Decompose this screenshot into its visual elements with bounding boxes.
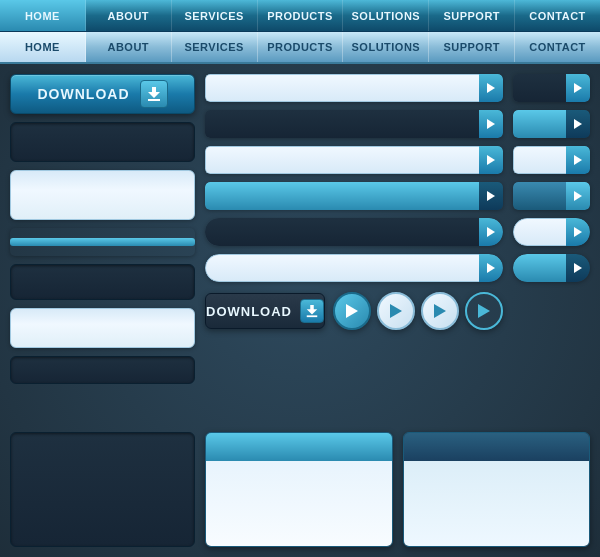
- bottom-mid-header: [206, 433, 392, 461]
- nav2-item-products[interactable]: PRODUCTS: [258, 32, 344, 62]
- dark-panel-2: [10, 264, 195, 300]
- scrollbar-track-r2: [513, 110, 566, 138]
- right-col-spacer: [513, 290, 590, 330]
- arrow-svg-r5: [574, 227, 582, 237]
- svg-marker-2: [487, 119, 495, 129]
- download-button-1[interactable]: DOWNLOAD: [10, 74, 195, 114]
- scrollbar-white-2[interactable]: [205, 146, 503, 174]
- nav2-item-home[interactable]: HOME: [0, 32, 86, 62]
- nav-item-contact[interactable]: CONTACT: [515, 0, 600, 31]
- arrow-right-svg-1: [487, 83, 495, 93]
- play-button-1[interactable]: [333, 292, 371, 330]
- download-button-2[interactable]: DOWNLOAD: [205, 293, 325, 329]
- scrollbar-arrow-r5[interactable]: [566, 218, 590, 246]
- play-button-4[interactable]: [465, 292, 503, 330]
- svg-marker-15: [574, 191, 582, 201]
- svg-marker-4: [487, 191, 495, 201]
- scrollbar-arrow-r6[interactable]: [566, 254, 590, 282]
- svg-marker-10: [434, 304, 446, 318]
- left-column: DOWNLOAD: [10, 74, 195, 424]
- svg-marker-6: [487, 263, 495, 273]
- scrollbar-arrow-r1[interactable]: [566, 74, 590, 102]
- svg-marker-11: [478, 304, 490, 318]
- play-buttons-group: [333, 292, 503, 330]
- scrollbar-right-rounded-1[interactable]: [513, 218, 590, 246]
- scrollbar-arrow-6[interactable]: [479, 254, 503, 282]
- nav-item-support[interactable]: SUPPORT: [429, 0, 515, 31]
- bottom-mid-body: [206, 461, 392, 546]
- nav-item-about[interactable]: ABOUT: [86, 0, 172, 31]
- dark-panel-1: [10, 122, 195, 162]
- bottom-right-panel: [403, 432, 591, 547]
- scrollbar-right-3[interactable]: [513, 146, 590, 174]
- download-label-2: DOWNLOAD: [206, 304, 292, 319]
- right-column: [513, 74, 590, 424]
- bottom-right-body: [404, 461, 590, 546]
- scrollbar-arrow-1[interactable]: [479, 74, 503, 102]
- svg-marker-16: [574, 227, 582, 237]
- nav-bar-secondary: HOME ABOUT SERVICES PRODUCTS SOLUTIONS S…: [0, 32, 600, 64]
- scrollbar-arrow-2[interactable]: [479, 110, 503, 138]
- scrollbar-arrow-5[interactable]: [479, 218, 503, 246]
- arrow-right-svg-3: [487, 155, 495, 165]
- play-button-3[interactable]: [421, 292, 459, 330]
- nav-item-products[interactable]: PRODUCTS: [258, 0, 344, 31]
- scrollbar-track-r4: [513, 182, 566, 210]
- arrow-right-svg-5: [487, 227, 495, 237]
- svg-marker-14: [574, 155, 582, 165]
- play-button-2[interactable]: [377, 292, 415, 330]
- svg-marker-5: [487, 227, 495, 237]
- scrollbar-white-1[interactable]: [205, 74, 503, 102]
- svg-marker-1: [487, 83, 495, 93]
- nav2-item-solutions[interactable]: SOLUTIONS: [343, 32, 429, 62]
- download-svg: [146, 86, 162, 102]
- light-panel-2: [10, 308, 195, 348]
- svg-rect-0: [148, 99, 160, 101]
- nav-item-solutions[interactable]: SOLUTIONS: [343, 0, 429, 31]
- scrollbar-track-r3: [513, 146, 566, 174]
- scrollbar-dark-1[interactable]: [205, 110, 503, 138]
- scrollbar-arrow-r2[interactable]: [566, 110, 590, 138]
- play-svg-1: [346, 304, 358, 318]
- nav2-item-services[interactable]: SERVICES: [172, 32, 258, 62]
- bottom-right-header: [404, 433, 590, 461]
- scrollbar-track-6: [205, 254, 479, 282]
- scrollbar-arrow-3[interactable]: [479, 146, 503, 174]
- light-panel-1: [10, 170, 195, 220]
- nav2-item-contact[interactable]: CONTACT: [515, 32, 600, 62]
- svg-marker-3: [487, 155, 495, 165]
- scrollbar-blue-1[interactable]: [205, 182, 503, 210]
- scrollbar-rounded-2[interactable]: [205, 254, 503, 282]
- nav2-item-about[interactable]: ABOUT: [86, 32, 172, 62]
- scrollbar-right-4[interactable]: [513, 182, 590, 210]
- blue-accent-bar: [10, 228, 195, 256]
- download-icon-1: [140, 80, 168, 108]
- arrow-right-svg-6: [487, 263, 495, 273]
- play-svg-3: [434, 304, 446, 318]
- blue-stripe: [10, 238, 195, 246]
- nav-item-home[interactable]: HOME: [0, 0, 86, 31]
- scrollbar-right-1[interactable]: [513, 74, 590, 102]
- main-content: DOWNLOAD: [0, 64, 600, 557]
- svg-marker-17: [574, 263, 582, 273]
- scrollbar-rounded-1[interactable]: [205, 218, 503, 246]
- nav2-item-support[interactable]: SUPPORT: [429, 32, 515, 62]
- nav-bar-primary: HOME ABOUT SERVICES PRODUCTS SOLUTIONS S…: [0, 0, 600, 32]
- scrollbar-track-5: [205, 218, 479, 246]
- nav-item-services[interactable]: SERVICES: [172, 0, 258, 31]
- arrow-svg-r6: [574, 263, 582, 273]
- svg-marker-13: [574, 119, 582, 129]
- download-row-2: DOWNLOAD: [205, 292, 503, 330]
- scrollbar-right-rounded-2[interactable]: [513, 254, 590, 282]
- svg-marker-9: [390, 304, 402, 318]
- scrollbar-track-2: [205, 110, 479, 138]
- bottom-left-dark-panel: [10, 432, 195, 547]
- main-row: DOWNLOAD: [10, 74, 590, 424]
- scrollbar-arrow-r3[interactable]: [566, 146, 590, 174]
- scrollbar-arrow-r4[interactable]: [566, 182, 590, 210]
- scrollbar-right-2[interactable]: [513, 110, 590, 138]
- bottom-mid-panel: [205, 432, 393, 547]
- play-svg-4: [478, 304, 490, 318]
- scrollbar-arrow-4[interactable]: [479, 182, 503, 210]
- download-label-1: DOWNLOAD: [38, 86, 130, 102]
